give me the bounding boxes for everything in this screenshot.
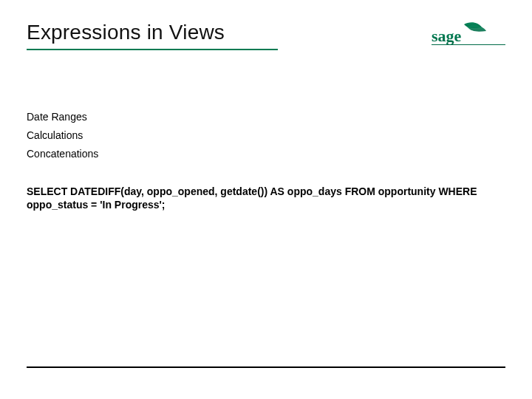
sql-code-block: SELECT DATEDIFF(day, oppo_opened, getdat… xyxy=(27,185,505,211)
sage-logo: sage xyxy=(432,22,505,46)
title-block: Expressions in Views xyxy=(27,21,432,50)
page-title: Expressions in Views xyxy=(27,21,432,44)
bullet-item: Date Ranges xyxy=(27,108,505,126)
header: Expressions in Views sage xyxy=(27,21,505,50)
logo-text: sage xyxy=(432,27,462,45)
bullet-item: Concatenations xyxy=(27,145,505,163)
body: Date Ranges Calculations Concatenations … xyxy=(27,108,505,211)
slide: Expressions in Views sage xyxy=(0,0,532,399)
bullet-item: Calculations xyxy=(27,126,505,145)
title-underline xyxy=(27,49,278,50)
sage-logo-icon: sage xyxy=(432,22,505,46)
footer-rule xyxy=(27,366,505,368)
svg-rect-0 xyxy=(432,44,505,45)
